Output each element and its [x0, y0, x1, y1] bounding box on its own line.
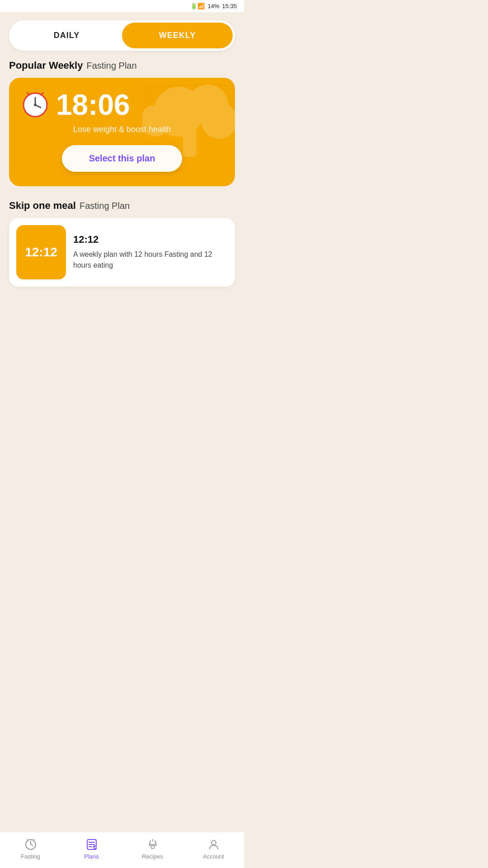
popular-weekly-bold: Popular Weekly [9, 60, 83, 71]
status-bar: 🔋📶 14% 15:35 [0, 0, 244, 12]
view-toggle: DAILY WEEKLY [9, 20, 235, 51]
meal-card-description: A weekly plan with 12 hours Fasting and … [73, 249, 228, 271]
time-display: 15:35 [222, 3, 237, 9]
svg-point-8 [34, 104, 37, 106]
skip-meal-light: Fasting Plan [80, 201, 130, 211]
clock-icon [22, 91, 49, 118]
skip-meal-bold: Skip one meal [9, 200, 76, 212]
skip-meal-card[interactable]: 12:12 12:12 A weekly plan with 12 hours … [9, 218, 235, 287]
status-icons: 🔋📶 [190, 3, 205, 9]
featured-subtitle: Lose weight & boost health [22, 125, 222, 134]
daily-tab[interactable]: DAILY [11, 23, 122, 48]
weekly-tab[interactable]: WEEKLY [122, 23, 233, 48]
featured-time: 18:06 [56, 90, 130, 119]
featured-plan-card: 18:06 Lose weight & boost health Select … [9, 78, 235, 186]
meal-thumbnail: 12:12 [16, 225, 66, 279]
popular-weekly-heading: Popular Weekly Fasting Plan [9, 60, 235, 71]
battery-percent: 14% [207, 3, 219, 9]
popular-weekly-light: Fasting Plan [86, 61, 136, 71]
skip-meal-heading: Skip one meal Fasting Plan [9, 200, 235, 212]
meal-card-info: 12:12 A weekly plan with 12 hours Fastin… [73, 234, 228, 271]
select-plan-button[interactable]: Select this plan [62, 145, 183, 172]
meal-card-title: 12:12 [73, 234, 228, 245]
thumb-time-label: 12:12 [25, 245, 57, 259]
